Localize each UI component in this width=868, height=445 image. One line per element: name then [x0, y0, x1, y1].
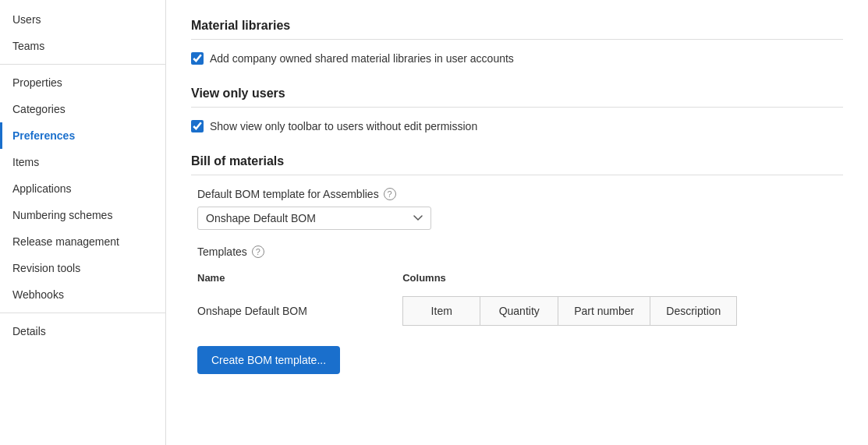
sidebar-divider-2	[0, 313, 165, 313]
sidebar: Users Teams Properties Categories Prefer…	[0, 0, 166, 445]
sidebar-item-users[interactable]: Users	[0, 6, 165, 33]
col-quantity: Quantity	[480, 296, 558, 326]
default-bom-label: Default BOM template for Assemblies ?	[197, 188, 843, 200]
view-only-users-title: View only users	[191, 87, 843, 108]
sidebar-item-revision-tools[interactable]: Revision tools	[0, 255, 165, 281]
columns-container: Item Quantity Part number Description	[402, 296, 843, 326]
sidebar-item-teams[interactable]: Teams	[0, 33, 165, 59]
table-col-name: Name	[197, 267, 402, 291]
template-columns-cell: Item Quantity Part number Description	[402, 291, 843, 330]
col-part-number: Part number	[558, 296, 650, 326]
sidebar-item-webhooks[interactable]: Webhooks	[0, 281, 165, 308]
default-bom-dropdown[interactable]: Onshape Default BOM	[197, 207, 431, 230]
default-bom-help-icon[interactable]: ?	[384, 188, 396, 200]
material-libraries-title: Material libraries	[191, 19, 843, 40]
sidebar-item-applications[interactable]: Applications	[0, 175, 165, 202]
col-item: Item	[402, 296, 480, 326]
table-row: Onshape Default BOM Item Quantity Part n…	[197, 291, 843, 330]
material-libraries-checkbox[interactable]	[191, 52, 204, 65]
main-content: Material libraries Add company owned sha…	[166, 0, 868, 445]
bom-section: Bill of materials Default BOM template f…	[191, 154, 843, 374]
table-col-columns: Columns	[402, 267, 843, 291]
template-name-cell: Onshape Default BOM	[197, 291, 402, 330]
sidebar-item-items[interactable]: Items	[0, 149, 165, 175]
view-only-checkbox[interactable]	[191, 120, 204, 132]
col-description: Description	[650, 296, 737, 326]
sidebar-item-categories[interactable]: Categories	[0, 96, 165, 122]
sidebar-item-release-management[interactable]: Release management	[0, 228, 165, 255]
bom-title: Bill of materials	[191, 154, 843, 175]
sidebar-item-preferences[interactable]: Preferences	[0, 122, 165, 149]
sidebar-item-properties[interactable]: Properties	[0, 69, 165, 96]
templates-help-icon[interactable]: ?	[252, 245, 264, 258]
create-bom-template-button[interactable]: Create BOM template...	[197, 346, 340, 374]
material-libraries-checkbox-label[interactable]: Add company owned shared material librar…	[210, 52, 514, 65]
sidebar-divider-1	[0, 64, 165, 65]
templates-label: Templates ?	[197, 245, 843, 258]
sidebar-item-numbering-schemes[interactable]: Numbering schemes	[0, 202, 165, 228]
view-only-checkbox-label[interactable]: Show view only toolbar to users without …	[210, 120, 477, 132]
bom-templates-table: Name Columns Onshape Default BOM Item Qu…	[197, 267, 843, 330]
view-only-checkbox-row: Show view only toolbar to users without …	[191, 120, 843, 132]
sidebar-item-details[interactable]: Details	[0, 318, 165, 344]
material-libraries-checkbox-row: Add company owned shared material librar…	[191, 52, 843, 65]
material-libraries-section: Material libraries Add company owned sha…	[191, 19, 843, 65]
view-only-users-section: View only users Show view only toolbar t…	[191, 87, 843, 132]
